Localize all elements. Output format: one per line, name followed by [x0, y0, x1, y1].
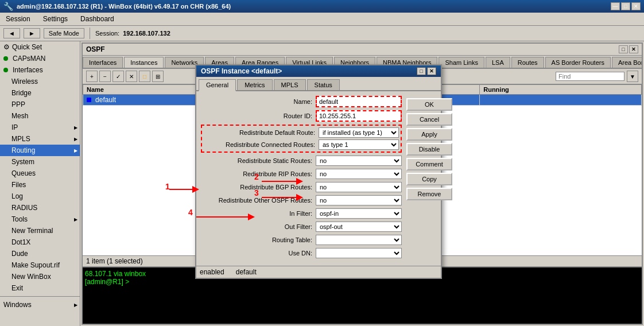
sidebar-label-mesh: Mesh: [11, 112, 28, 120]
dialog-tab-metrics[interactable]: Metrics: [237, 79, 272, 90]
redist-other-ospf-row: Redistribute Other OSPF Routes: no: [201, 195, 402, 205]
sidebar-item-tools[interactable]: Tools ▶: [0, 214, 80, 225]
find-input[interactable]: [556, 72, 624, 81]
sidebar-item-queues[interactable]: Queues: [0, 168, 80, 179]
router-id-label: Router ID:: [201, 112, 316, 119]
redist-connected-select[interactable]: as type 1: [319, 139, 399, 150]
cancel-edit-button[interactable]: ✕: [126, 71, 137, 82]
sidebar-item-radius[interactable]: RADIUS: [0, 202, 80, 214]
dialog-close-btn[interactable]: ✕: [427, 67, 436, 75]
sidebar-item-files[interactable]: Files: [0, 179, 80, 191]
name-input[interactable]: [316, 96, 402, 107]
redist-default-select[interactable]: if installed (as type 1): [319, 127, 399, 138]
ok-button[interactable]: OK: [406, 98, 452, 111]
routing-table-label: Routing Table:: [201, 236, 316, 243]
edit-button[interactable]: ✓: [112, 71, 124, 82]
sidebar-item-newterminal[interactable]: New Terminal: [0, 225, 80, 236]
redist-default-wrapper: if installed (as type 1): [319, 127, 399, 138]
menu-dashboard[interactable]: Dashboard: [77, 14, 118, 24]
toolbar: ◄ ► Safe Mode Session: 192.168.107.132: [0, 26, 644, 41]
sidebar-item-supout[interactable]: Make Supout.rif: [0, 259, 80, 271]
sidebar-label-ip: IP: [11, 123, 18, 131]
dialog-title-controls: □ ✕: [417, 67, 436, 75]
sidebar-item-dot1x[interactable]: Dot1X: [0, 236, 80, 248]
tab-lsa[interactable]: LSA: [486, 57, 510, 68]
forward-button[interactable]: ►: [24, 28, 40, 38]
dialog-restore-btn[interactable]: □: [417, 67, 426, 75]
tab-area-border[interactable]: Area Border Routers: [612, 57, 642, 68]
remove-button[interactable]: Remove: [406, 188, 452, 200]
safemode-button[interactable]: Safe Mode: [44, 28, 84, 38]
sidebar-item-ppp[interactable]: PPP: [0, 99, 80, 110]
sidebar-label-queues: Queues: [11, 169, 36, 177]
sidebar-label-quickset: Quick Set: [12, 43, 42, 51]
sidebar-item-quickset[interactable]: ⚙ Quick Set: [0, 41, 80, 53]
filter-button[interactable]: ⊞: [152, 71, 164, 82]
col-running: Running: [480, 85, 642, 95]
redist-bgp-select[interactable]: no: [316, 182, 402, 192]
minimize-button[interactable]: —: [611, 2, 620, 10]
ospf-title-controls: □ ✕: [619, 45, 638, 53]
tab-interfaces[interactable]: Interfaces: [83, 57, 123, 68]
cancel-button[interactable]: Cancel: [406, 113, 452, 126]
title-text: admin@192.168.107.132 (R1) - WinBox (64b…: [17, 3, 607, 10]
clone-button[interactable]: □: [139, 71, 150, 82]
tab-as-border[interactable]: AS Border Routers: [545, 57, 611, 68]
sidebar-item-ip[interactable]: IP ▶: [0, 122, 80, 133]
sidebar-label-radius: RADIUS: [11, 204, 37, 212]
name-row: Name:: [201, 96, 402, 107]
sidebar-item-exit[interactable]: Exit: [0, 282, 80, 294]
sidebar-item-newwinbox[interactable]: New WinBox: [0, 271, 80, 282]
in-filter-select[interactable]: ospf-in: [316, 208, 402, 219]
sidebar-item-bridge[interactable]: Bridge: [0, 87, 80, 99]
copy-button[interactable]: Copy: [406, 173, 452, 185]
routing-table-row: Routing Table:: [201, 235, 402, 245]
routing-table-wrapper: [316, 235, 402, 245]
remove-button[interactable]: −: [99, 71, 111, 82]
disable-button[interactable]: Disable: [406, 143, 452, 156]
redist-rip-select[interactable]: no: [316, 169, 402, 179]
sidebar-item-interfaces[interactable]: Interfaces: [0, 64, 80, 76]
use-dn-select[interactable]: [316, 248, 402, 258]
main-layout: ⚙ Quick Set CAPsMAN Interfaces Wireless …: [0, 41, 644, 326]
dialog-tab-general[interactable]: General: [199, 79, 236, 91]
dialog-tab-mpls[interactable]: MPLS: [274, 79, 306, 90]
router-id-input[interactable]: [316, 110, 402, 122]
ospf-restore-button[interactable]: □: [619, 45, 628, 53]
apply-button[interactable]: Apply: [406, 128, 452, 141]
redist-static-select[interactable]: no: [316, 156, 402, 166]
sidebar-item-wireless[interactable]: Wireless: [0, 76, 80, 87]
capsman-dot: [3, 56, 8, 61]
interfaces-dot: [3, 68, 8, 72]
sidebar-item-windows[interactable]: Windows ▶: [0, 299, 80, 311]
redist-static-wrapper: no: [316, 156, 402, 166]
routing-table-select[interactable]: [316, 235, 402, 245]
ospf-title-bar: OSPF □ ✕: [83, 44, 642, 56]
tab-sham-links[interactable]: Sham Links: [439, 57, 484, 68]
sidebar-item-mpls[interactable]: MPLS ▶: [0, 133, 80, 145]
tab-instances[interactable]: Instances: [124, 57, 164, 69]
sidebar-item-system[interactable]: System: [0, 156, 80, 168]
add-button[interactable]: +: [86, 71, 98, 82]
back-button[interactable]: ◄: [3, 28, 20, 38]
menu-session[interactable]: Session: [2, 14, 34, 24]
close-button[interactable]: ✕: [631, 2, 641, 10]
ospf-close-button[interactable]: ✕: [629, 45, 638, 53]
find-dropdown[interactable]: ▼: [627, 71, 638, 82]
sidebar-item-dude[interactable]: Dude: [0, 248, 80, 259]
tab-routes[interactable]: Routes: [511, 57, 544, 68]
comment-button[interactable]: Comment: [406, 158, 452, 170]
console-line-2: [admin@R1] >: [85, 278, 639, 286]
out-filter-row: Out Filter: ospf-out: [201, 222, 402, 232]
sidebar-item-mesh[interactable]: Mesh: [0, 110, 80, 122]
menu-settings[interactable]: Settings: [40, 14, 71, 24]
out-filter-select[interactable]: ospf-out: [316, 222, 402, 232]
maximize-button[interactable]: □: [621, 2, 630, 10]
dialog-tab-status[interactable]: Status: [307, 79, 340, 90]
cell-running: [480, 95, 642, 106]
sidebar-item-routing[interactable]: Routing ▶: [0, 145, 80, 156]
redist-other-ospf-select[interactable]: no: [316, 195, 402, 205]
sidebar-item-capsman[interactable]: CAPsMAN: [0, 53, 80, 64]
sidebar: ⚙ Quick Set CAPsMAN Interfaces Wireless …: [0, 41, 80, 326]
sidebar-item-log[interactable]: Log: [0, 191, 80, 202]
